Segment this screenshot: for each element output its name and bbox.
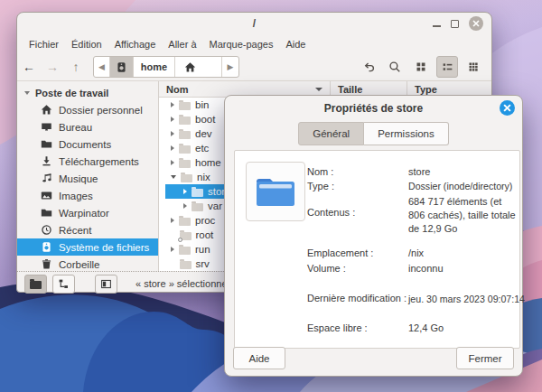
minimize-button[interactable] bbox=[433, 25, 441, 27]
folder-locked-icon bbox=[180, 232, 192, 240]
field-label-espace-libre: Espace libre : bbox=[307, 322, 368, 333]
menu-aide[interactable]: Aide bbox=[279, 37, 312, 51]
field-label-type: Type : bbox=[307, 181, 334, 191]
dialog-content: Nom : store Type : Dossier (inode/direct… bbox=[234, 150, 520, 349]
dialog-tabs: Général Permissions bbox=[225, 122, 522, 145]
emblem-icon bbox=[178, 238, 182, 242]
folder-icon bbox=[179, 102, 191, 110]
path-segment-house[interactable] bbox=[175, 57, 222, 77]
computer-icon bbox=[116, 61, 127, 73]
places-folder-icon bbox=[30, 281, 42, 289]
folder-icon bbox=[181, 174, 192, 182]
close-button[interactable] bbox=[469, 16, 483, 31]
path-segment-home[interactable]: home bbox=[134, 57, 175, 77]
sidebar-header[interactable]: Poste de travail bbox=[17, 84, 158, 101]
show-treeview-button[interactable] bbox=[52, 275, 75, 294]
menu-aller-a[interactable]: Aller à bbox=[162, 37, 202, 51]
titlebar: / bbox=[17, 13, 491, 34]
tab-general[interactable]: Général bbox=[298, 122, 364, 145]
sidebar-item-images[interactable]: Images bbox=[17, 187, 158, 204]
home-icon bbox=[41, 104, 52, 116]
download-icon bbox=[41, 155, 52, 167]
expander-icon[interactable] bbox=[171, 102, 174, 107]
help-button[interactable]: Aide bbox=[233, 347, 285, 369]
window-title: / bbox=[253, 17, 256, 30]
folder-icon bbox=[179, 218, 191, 226]
field-label-nom: Nom : bbox=[307, 166, 333, 177]
folder-icon bbox=[179, 160, 191, 168]
expander-icon[interactable] bbox=[183, 189, 187, 194]
menu-marque-pages[interactable]: Marque-pages bbox=[203, 37, 280, 51]
expander-icon[interactable] bbox=[171, 247, 174, 252]
expander-icon[interactable] bbox=[171, 145, 174, 151]
maximize-button[interactable] bbox=[451, 20, 459, 28]
dialog-titlebar: Propriétés de store bbox=[225, 96, 522, 120]
compact-view-button[interactable] bbox=[463, 56, 484, 78]
tab-permissions[interactable]: Permissions bbox=[364, 122, 449, 145]
sidebar-item-documents[interactable]: Documents bbox=[17, 135, 158, 153]
folder-icon bbox=[192, 203, 203, 211]
sidebar-item-musique[interactable]: Musique bbox=[17, 170, 158, 187]
desktop: / Fichier Édition Affichage Aller à Marq… bbox=[0, 0, 542, 392]
sidebar-item-systeme-de-fichiers[interactable]: Système de fichiers bbox=[17, 238, 158, 256]
dialog-close-button[interactable] bbox=[500, 100, 515, 116]
back-button[interactable]: ← bbox=[17, 60, 41, 74]
sidebar: Poste de travail Dossier personnel Burea… bbox=[17, 81, 159, 271]
expander-icon[interactable] bbox=[171, 160, 174, 165]
music-note-icon bbox=[41, 173, 52, 184]
path-scroll-left-icon[interactable]: ◀ bbox=[94, 57, 110, 77]
field-label-emplacement: Emplacement : bbox=[307, 247, 373, 258]
up-button[interactable]: ↑ bbox=[64, 60, 88, 74]
menu-affichage[interactable]: Affichage bbox=[108, 37, 163, 51]
close-icon bbox=[503, 104, 511, 112]
clock-icon bbox=[41, 224, 52, 236]
folder-icon bbox=[179, 131, 191, 139]
field-value-type: Dossier (inode/directory) bbox=[408, 181, 512, 191]
dialog-title: Propriétés de store bbox=[324, 102, 423, 115]
properties-dialog: Propriétés de store Général Permissions … bbox=[224, 95, 523, 377]
toggle-location-icon[interactable] bbox=[358, 56, 379, 78]
chevron-down-icon bbox=[24, 91, 30, 95]
expander-icon[interactable] bbox=[171, 218, 174, 223]
list-view-button[interactable] bbox=[436, 56, 458, 78]
field-value-emplacement: /nix bbox=[408, 247, 424, 258]
menubar: Fichier Édition Affichage Aller à Marque… bbox=[17, 34, 491, 53]
field-value-nom: store bbox=[408, 166, 430, 177]
path-segment-computer[interactable] bbox=[110, 57, 134, 77]
forward-button[interactable]: → bbox=[41, 60, 64, 74]
sidebar-item-bureau[interactable]: Bureau bbox=[17, 118, 158, 135]
menu-edition[interactable]: Édition bbox=[65, 37, 108, 51]
field-value-volume: inconnu bbox=[408, 263, 444, 274]
show-places-button[interactable] bbox=[24, 275, 47, 294]
sidebar-item-recent[interactable]: Récent bbox=[17, 221, 158, 238]
close-icon bbox=[472, 20, 480, 27]
expander-icon[interactable] bbox=[171, 175, 176, 179]
field-value-modification: jeu. 30 mars 2023 09:07:14 bbox=[408, 294, 525, 304]
expander-icon[interactable] bbox=[171, 131, 174, 136]
sidebar-item-corbeille[interactable]: Corbeille bbox=[17, 256, 158, 271]
field-label-modification: Dernière modification : bbox=[307, 293, 406, 303]
field-value-contenus: 684 717 éléments (et 806 cachés), taille… bbox=[408, 195, 520, 236]
sidebar-item-dossier-personnel[interactable]: Dossier personnel bbox=[17, 101, 158, 118]
toolbar-view-controls bbox=[358, 56, 484, 78]
search-icon[interactable] bbox=[384, 56, 406, 78]
side-pane-icon bbox=[100, 278, 112, 290]
toolbar: ← → ↑ ◀ home ▶ bbox=[17, 53, 491, 81]
folder-icon bbox=[179, 145, 191, 154]
sidebar-item-warpinator[interactable]: Warpinator bbox=[17, 204, 158, 221]
expander-icon[interactable] bbox=[171, 117, 174, 122]
expander-icon[interactable] bbox=[183, 203, 187, 209]
close-dialog-button[interactable]: Fermer bbox=[456, 347, 514, 369]
path-bar: ◀ home ▶ bbox=[93, 56, 239, 78]
blue-folder-icon bbox=[255, 174, 296, 209]
toggle-sidepane-button[interactable] bbox=[95, 275, 117, 294]
house-icon bbox=[184, 61, 196, 73]
folder-icon bbox=[180, 261, 192, 269]
icon-view-button[interactable] bbox=[410, 56, 432, 78]
path-scroll-right-icon[interactable]: ▶ bbox=[222, 57, 238, 77]
sidebar-item-telechargements[interactable]: Téléchargements bbox=[17, 153, 158, 170]
menu-fichier[interactable]: Fichier bbox=[23, 37, 65, 51]
filesystem-icon bbox=[41, 241, 52, 253]
sort-arrow-icon bbox=[315, 88, 322, 91]
image-icon bbox=[41, 190, 52, 201]
